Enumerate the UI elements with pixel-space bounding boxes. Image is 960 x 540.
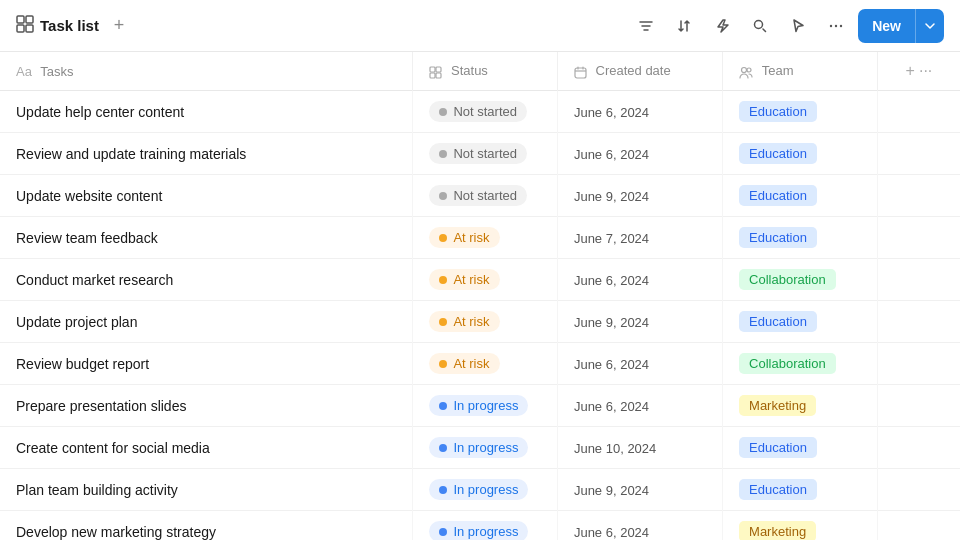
row-actions-cell	[877, 511, 960, 541]
team-cell: Collaboration	[723, 343, 878, 385]
svg-rect-10	[430, 73, 435, 78]
status-badge: In progress	[429, 395, 528, 416]
status-badge: At risk	[429, 311, 499, 332]
status-cell: At risk	[413, 217, 558, 259]
team-badge: Collaboration	[739, 353, 836, 374]
status-cell: In progress	[413, 385, 558, 427]
team-badge: Education	[739, 185, 817, 206]
table-row: Update help center content Not started J…	[0, 91, 960, 133]
table-row: Review budget report At risk June 6, 202…	[0, 343, 960, 385]
status-dot	[439, 318, 447, 326]
date-cell: June 6, 2024	[557, 511, 722, 541]
task-table: Aa Tasks Status Created date	[0, 52, 960, 540]
status-dot	[439, 360, 447, 368]
cursor-button[interactable]	[782, 10, 814, 42]
status-cell: At risk	[413, 301, 558, 343]
date-value: June 6, 2024	[574, 357, 649, 372]
team-cell: Collaboration	[723, 259, 878, 301]
table-row: Review team feedback At risk June 7, 202…	[0, 217, 960, 259]
task-name: Review team feedback	[16, 230, 158, 246]
search-button[interactable]	[744, 10, 776, 42]
team-cell: Education	[723, 175, 878, 217]
bolt-button[interactable]	[706, 10, 738, 42]
team-cell: Marketing	[723, 385, 878, 427]
status-badge: Not started	[429, 185, 527, 206]
table-icon	[16, 15, 34, 36]
status-badge: At risk	[429, 269, 499, 290]
status-badge: Not started	[429, 143, 527, 164]
row-actions-cell	[877, 301, 960, 343]
table-row: Prepare presentation slides In progress …	[0, 385, 960, 427]
date-cell: June 7, 2024	[557, 217, 722, 259]
table-row: Create content for social media In progr…	[0, 427, 960, 469]
task-cell: Update project plan	[0, 301, 413, 343]
task-cell: Conduct market research	[0, 259, 413, 301]
col-team-label: Team	[762, 63, 794, 78]
col-more-icon[interactable]: ···	[919, 62, 932, 80]
more-button[interactable]	[820, 10, 852, 42]
status-dot	[439, 276, 447, 284]
col-date-label: Created date	[596, 63, 671, 78]
task-name: Prepare presentation slides	[16, 398, 186, 414]
toolbar-right: New	[630, 9, 944, 43]
status-badge: In progress	[429, 521, 528, 540]
date-cell: June 6, 2024	[557, 343, 722, 385]
sort-button[interactable]	[668, 10, 700, 42]
status-label: At risk	[453, 230, 489, 245]
task-name: Update project plan	[16, 314, 137, 330]
svg-rect-1	[26, 16, 33, 23]
table-row: Update website content Not started June …	[0, 175, 960, 217]
date-value: June 7, 2024	[574, 231, 649, 246]
team-cell: Education	[723, 91, 878, 133]
status-cell: At risk	[413, 259, 558, 301]
col-header-actions: + ···	[877, 52, 960, 91]
status-label: Not started	[453, 104, 517, 119]
team-cell: Education	[723, 469, 878, 511]
status-badge: At risk	[429, 227, 499, 248]
new-button-chevron[interactable]	[915, 9, 944, 43]
status-label: In progress	[453, 524, 518, 539]
table-row: Plan team building activity In progress …	[0, 469, 960, 511]
team-icon	[739, 63, 757, 78]
task-table-body: Update help center content Not started J…	[0, 91, 960, 541]
status-cell: Not started	[413, 91, 558, 133]
filter-button[interactable]	[630, 10, 662, 42]
table-row: Conduct market research At risk June 6, …	[0, 259, 960, 301]
status-cell: In progress	[413, 427, 558, 469]
date-cell: June 6, 2024	[557, 133, 722, 175]
team-badge: Marketing	[739, 521, 816, 540]
add-view-button[interactable]: +	[107, 14, 131, 38]
team-badge: Education	[739, 311, 817, 332]
row-actions-cell	[877, 259, 960, 301]
task-name: Update help center content	[16, 104, 184, 120]
task-name: Develop new marketing strategy	[16, 524, 216, 540]
svg-rect-3	[26, 25, 33, 32]
status-icon	[429, 63, 446, 78]
svg-point-6	[835, 24, 837, 26]
status-cell: At risk	[413, 343, 558, 385]
row-actions-cell	[877, 217, 960, 259]
add-col-icon[interactable]: +	[906, 62, 915, 80]
svg-point-13	[742, 67, 747, 72]
date-cell: June 9, 2024	[557, 469, 722, 511]
date-value: June 6, 2024	[574, 147, 649, 162]
status-label: In progress	[453, 482, 518, 497]
team-badge: Education	[739, 101, 817, 122]
status-label: In progress	[453, 398, 518, 413]
task-cell: Review team feedback	[0, 217, 413, 259]
new-button[interactable]: New	[858, 9, 944, 43]
team-badge: Education	[739, 437, 817, 458]
task-cell: Prepare presentation slides	[0, 385, 413, 427]
status-badge: In progress	[429, 437, 528, 458]
col-task-label: Tasks	[40, 64, 73, 79]
task-cell: Plan team building activity	[0, 469, 413, 511]
status-label: Not started	[453, 188, 517, 203]
team-badge: Collaboration	[739, 269, 836, 290]
status-cell: In progress	[413, 469, 558, 511]
date-cell: June 10, 2024	[557, 427, 722, 469]
svg-rect-0	[17, 16, 24, 23]
task-type-icon: Aa	[16, 64, 32, 79]
status-badge: In progress	[429, 479, 528, 500]
task-cell: Review and update training materials	[0, 133, 413, 175]
status-dot	[439, 486, 447, 494]
